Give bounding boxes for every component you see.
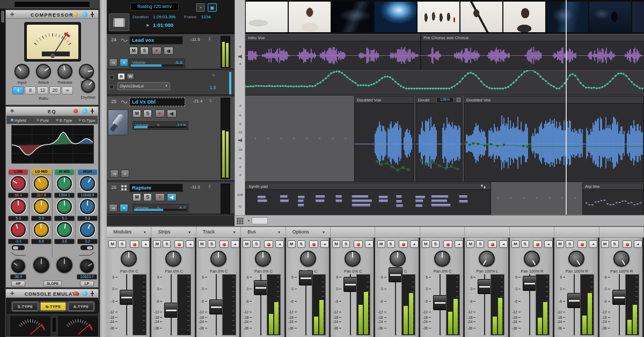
lane-checkbox-2[interactable]	[109, 85, 114, 89]
bypass-led[interactable]	[74, 291, 78, 296]
enable-led[interactable]	[82, 108, 87, 114]
eq-knob[interactable]	[11, 222, 26, 237]
eq-tab-hybrid[interactable]: Hybrid	[11, 118, 26, 123]
pan-knob[interactable]	[121, 251, 137, 267]
fader-cap[interactable]	[433, 295, 447, 310]
video-thumbnail[interactable]	[589, 2, 631, 32]
input-echo-button[interactable]: ◂▮	[164, 47, 173, 55]
pan-knob[interactable]	[300, 251, 316, 267]
mute-button[interactable]: M	[153, 240, 161, 248]
clip-row-doubled-vox[interactable]: Doubled Vox Doubl 126% Doubled Vox	[245, 96, 644, 182]
solo-button[interactable]: S	[143, 193, 152, 201]
input-echo-button[interactable]: ◂▮	[167, 109, 177, 118]
lane-checkbox-1[interactable]	[109, 75, 114, 79]
eq-hp-button[interactable]: HP	[11, 281, 25, 287]
fader-cap[interactable]	[567, 293, 581, 308]
channel-strip[interactable]: MS◄Pan 0% C60-6-12-18-24-36	[331, 238, 375, 337]
volume-control[interactable]: Volume ∿ -17.5	[133, 121, 188, 130]
ratio-∞-button[interactable]: ∞	[62, 86, 73, 94]
eq-slope-button[interactable]: SLOPE	[43, 281, 62, 287]
video-thumbnail[interactable]	[246, 2, 288, 32]
fader-cap[interactable]	[343, 277, 357, 292]
clip-synth-pad[interactable]: Synth pad	[245, 182, 491, 215]
channel-strip[interactable]: MS◄Pan 0% C60-6-12-18-24-36	[151, 238, 196, 337]
eq-curve-display[interactable]	[11, 125, 94, 164]
menu-modules[interactable]: Modules▾	[107, 227, 151, 237]
mute-button[interactable]: M	[129, 47, 138, 55]
solo-button[interactable]: S	[521, 240, 529, 248]
fader-cap[interactable]	[299, 270, 313, 285]
rack-scrollbar[interactable]	[1, 11, 4, 23]
mute-button[interactable]: M	[133, 109, 141, 118]
menu-bus[interactable]: Bus▾	[241, 227, 286, 237]
fader-cap[interactable]	[523, 276, 537, 291]
clip-row-lead-vox[interactable]: Intro Vox Pre Chorus and Chorus	[245, 34, 644, 70]
record-arm-button[interactable]	[623, 240, 632, 248]
mute-button[interactable]: M	[332, 240, 340, 248]
play-icon[interactable]: ▶	[147, 23, 149, 27]
clip-arp-line[interactable]: Arp line	[582, 182, 644, 215]
bypass-led[interactable]	[74, 109, 78, 113]
clip-doubled-vox-2[interactable]: Doubl 126%	[415, 96, 463, 182]
clip-doubled-vox-1[interactable]: Doubled Vox	[354, 96, 414, 182]
mute-button[interactable]: M	[377, 240, 385, 248]
solo-button[interactable]: S	[566, 240, 574, 248]
record-arm-button[interactable]	[264, 240, 273, 248]
playhead[interactable]	[566, 0, 567, 215]
expander-icon[interactable]: ⇕	[208, 184, 211, 189]
mute-button[interactable]: M	[466, 240, 474, 248]
solo-button[interactable]: S	[297, 240, 305, 248]
scrollbar-thumb[interactable]	[252, 217, 268, 224]
pan-knob[interactable]	[568, 251, 584, 267]
solo-button[interactable]: S	[611, 240, 619, 248]
pan-knob[interactable]	[524, 251, 540, 267]
mute-button[interactable]: M	[288, 240, 296, 248]
eq-slope1-knob[interactable]	[33, 257, 49, 273]
record-arm-button[interactable]	[309, 240, 318, 248]
record-arm-button[interactable]	[354, 240, 363, 248]
video-thumbnail-track[interactable]	[245, 0, 644, 34]
eq-tab-pure[interactable]: Pure	[36, 118, 49, 123]
phase-button[interactable]: ◅	[109, 204, 118, 212]
clip-row-midi[interactable]: Synth pad Arp line	[245, 182, 644, 215]
eq-slope2-knob[interactable]	[56, 257, 72, 273]
eq-knob[interactable]	[11, 199, 26, 214]
eq-knob[interactable]	[80, 222, 95, 237]
console-header[interactable]: ✛ CONSOLE EMULATO	[6, 289, 98, 298]
compressor-header[interactable]: ✛ COMPRESSOR	[6, 10, 98, 19]
mute-button[interactable]: M	[422, 240, 430, 248]
expander-icon[interactable]: ⇕	[208, 36, 211, 41]
grid-icon[interactable]	[237, 218, 244, 224]
record-arm-button[interactable]	[443, 240, 452, 248]
mute-button[interactable]: M	[243, 240, 251, 248]
input-echo-button[interactable]: ◄	[410, 240, 419, 248]
menu-track[interactable]: Track▾	[196, 227, 241, 237]
eq-lp-knob[interactable]	[80, 259, 94, 273]
pan-knob[interactable]	[255, 251, 271, 267]
eq-knob[interactable]	[34, 176, 49, 191]
record-arm-button[interactable]	[488, 240, 497, 248]
record-arm-button[interactable]	[174, 240, 184, 248]
eq-knob[interactable]	[57, 199, 72, 214]
solo-button[interactable]: S	[342, 240, 350, 248]
input-echo-button[interactable]: ◄	[544, 240, 553, 248]
volume-control[interactable]: Volume ∿ -6.2	[133, 204, 188, 213]
video-filename[interactable]: floating 720.wmv	[130, 3, 179, 11]
input-echo-button[interactable]: ◄	[499, 240, 508, 248]
ratio-8-button[interactable]: 8	[25, 86, 36, 94]
release-knob[interactable]	[57, 64, 72, 79]
fader-cap[interactable]	[612, 290, 626, 305]
eq-knob[interactable]	[57, 176, 72, 191]
track-name[interactable]: Ld Vx Dbl	[129, 98, 185, 106]
automation-lane[interactable]: R W DlyVx1SndLvl ▼ ∿ 1.5	[107, 71, 235, 96]
channel-strip[interactable]: MS◄Pan 0% C60-6-12-18-24-36	[376, 238, 420, 337]
channel-strip[interactable]: MS◄Pan 0% C60-6-12-18-24-36	[107, 238, 151, 337]
read-button[interactable]: R	[118, 73, 125, 80]
console-type-s-type[interactable]: S-TYPE	[12, 302, 38, 311]
pan-knob[interactable]	[345, 251, 361, 267]
record-arm-button[interactable]	[577, 240, 587, 248]
ratio-20-button[interactable]: 20	[49, 86, 61, 94]
track-24[interactable]: 24 Lead vox -11.5 ⇕ M S ● ◂▮ ◅ ≈ Volume …	[107, 35, 235, 70]
phase-button[interactable]: ◅	[109, 58, 118, 67]
input-echo-button[interactable]: ◄	[231, 240, 239, 248]
